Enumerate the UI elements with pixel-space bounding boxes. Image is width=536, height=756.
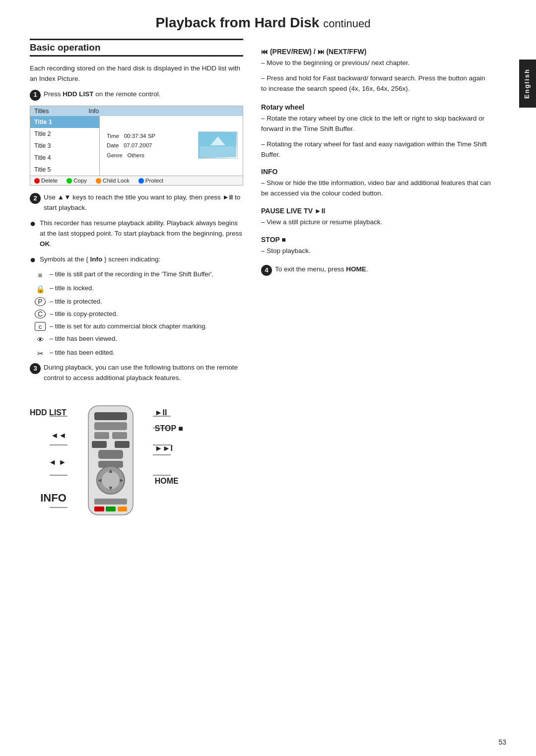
remote-label-home: HOME <box>155 477 179 486</box>
symbol-edited-icon: ✂ <box>35 348 46 359</box>
stop-text: – Stop playback. <box>261 246 491 256</box>
hdd-table: Titles Info Title 1 Title 2 Title 3 Titl… <box>30 106 243 186</box>
page-title: Playback from Hard Disk <box>155 15 319 30</box>
stop-heading: STOP ■ <box>261 236 491 244</box>
hdd-table-header: Titles Info <box>30 106 243 116</box>
intro-text: Each recording stored on the hard disk i… <box>30 63 243 84</box>
symbol-timeshift-icon: ≡ <box>35 270 46 281</box>
symbol-timeshift-text: – title is still part of the recording i… <box>50 270 213 279</box>
page-title-continued: continued <box>323 17 370 30</box>
remote-svg: ▲ ▼ ◄ ► <box>68 403 153 522</box>
info-text: – Show or hide the title information, vi… <box>261 178 491 199</box>
col-info: Info <box>88 108 99 115</box>
symbol-edited-text: – title has been edited. <box>50 348 115 358</box>
symbol-viewed-text: – title has been viewed. <box>50 334 117 344</box>
svg-text:►: ► <box>119 477 125 484</box>
step3-num: 3 <box>30 363 41 374</box>
symbol-auto-text: – title is set for auto commercial block… <box>50 322 207 331</box>
step2-text: Use ▲▼ keys to reach the title you want … <box>44 192 243 213</box>
symbol-copy-icon: C <box>35 310 46 318</box>
title-row-1: Title 1 <box>30 116 99 128</box>
svg-rect-20 <box>106 506 116 511</box>
bullet1-text: This recorder has resume playback abilit… <box>40 218 243 250</box>
symbol-protect-icon: P <box>35 297 46 306</box>
title-row-2: Title 2 <box>30 128 99 140</box>
symbol-list: ≡ – title is still part of the recording… <box>35 270 243 359</box>
title-row-4: Title 4 <box>30 152 99 164</box>
remote-label-hddlist: HDD LIST <box>30 408 67 417</box>
step3-text: During playback, you can use the followi… <box>44 363 243 383</box>
footer-delete: Delete <box>41 178 58 184</box>
svg-rect-10 <box>98 450 123 459</box>
prevrew-text2: – Press and hold for Fast backward/ forw… <box>261 73 491 94</box>
step1-num: 1 <box>30 90 41 101</box>
symbol-lock-text: – title is locked. <box>50 284 94 293</box>
pause-text: – View a still picture or resume playbac… <box>261 217 491 228</box>
symbol-auto-icon: c <box>35 322 46 331</box>
prevrew-text1: – Move to the beginning or previous/ nex… <box>261 58 491 68</box>
footer-copy: Copy <box>73 178 87 184</box>
section-heading: Basic operation <box>30 42 101 53</box>
title-row-3: Title 3 <box>30 140 99 152</box>
hdd-table-footer: Delete Copy Child Lock Protect <box>30 176 243 185</box>
svg-rect-18 <box>94 499 127 504</box>
step1-text: Press HDD LIST on the remote control. <box>44 89 161 100</box>
symbol-viewed-icon: 👁 <box>35 334 46 345</box>
svg-rect-8 <box>92 441 107 448</box>
remote-label-play: ►II <box>155 408 167 417</box>
hdd-table-right: Time 00:37:34 SP Date 07.07.2007 Genre O… <box>100 116 243 176</box>
footer-protect: Protect <box>145 178 163 184</box>
symbol-copy-text: – title is copy-protected. <box>50 310 118 319</box>
step4-num: 4 <box>261 265 272 276</box>
bullet2-text: Symbols at the { Info } screen indicatin… <box>40 254 160 265</box>
pause-heading: PAUSE LIVE TV ►II <box>261 207 491 215</box>
svg-rect-21 <box>118 506 127 511</box>
rotary-text1: – Rotate the rotary wheel by one click t… <box>261 114 491 134</box>
svg-rect-9 <box>115 441 130 448</box>
symbol-lock-icon: 🔒 <box>35 284 46 295</box>
bullet1-dot: ● <box>30 218 36 229</box>
title-row-5: Title 5 <box>30 164 99 176</box>
bullet2-dot: ● <box>30 254 36 265</box>
prevrew-heading: ⏮ (PREV/REW) / ⏭ (NEXT/FFW) <box>261 48 491 56</box>
svg-rect-1 <box>200 146 236 157</box>
remote-label-prev: ◄◄ <box>51 431 67 440</box>
svg-rect-4 <box>94 412 127 420</box>
col-titles: Titles <box>34 108 49 115</box>
svg-text:▼: ▼ <box>108 485 114 492</box>
remote-label-stop: STOP ■ <box>155 424 183 433</box>
svg-rect-19 <box>94 506 104 511</box>
hdd-info-block: Time 00:37:34 SP Date 07.07.2007 Genre O… <box>103 129 159 163</box>
rotary-heading: Rotary wheel <box>261 103 491 111</box>
svg-text:◄: ◄ <box>97 477 103 484</box>
svg-rect-5 <box>94 422 127 430</box>
step2-num: 2 <box>30 193 41 204</box>
page-number: 53 <box>498 738 506 746</box>
rotary-text2: – Rotating the rotary wheel for fast and… <box>261 139 491 160</box>
step4-text: To exit the menu, press HOME. <box>275 264 368 275</box>
symbol-protect-text: – title is protected. <box>50 297 102 307</box>
remote-label-arrows: ◄ ► <box>49 458 67 467</box>
svg-text:▲: ▲ <box>108 467 114 474</box>
english-tab: English <box>519 60 536 108</box>
info-heading: INFO <box>261 168 491 176</box>
svg-rect-7 <box>112 432 127 439</box>
footer-childlock: Child Lock <box>103 178 130 184</box>
svg-rect-6 <box>94 432 109 439</box>
title-thumbnail <box>198 131 238 159</box>
remote-label-next: ►►I <box>155 444 173 453</box>
remote-label-info: INFO <box>40 492 67 504</box>
